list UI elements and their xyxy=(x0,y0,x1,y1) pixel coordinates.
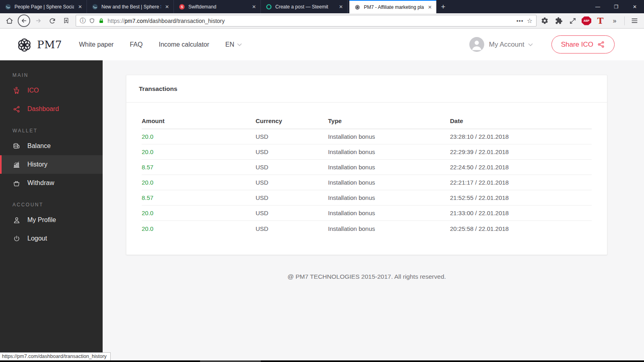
header-right: My Account Share ICO xyxy=(469,35,615,53)
cell-date: 23:28:10 / 22.01.2018 xyxy=(450,133,592,140)
page-info-icon[interactable]: ⓘ xyxy=(80,17,86,25)
sidebar: MAIN ICO Dashboard WALLET Balance Histor xyxy=(0,60,103,360)
close-window-button[interactable]: ✕ xyxy=(625,0,644,13)
nav-white-paper[interactable]: White paper xyxy=(79,41,114,48)
tab-sphere-new[interactable]: New and the Best | Sphere Socia ✕ xyxy=(87,0,174,13)
sidebar-item-label: My Profile xyxy=(27,216,56,224)
url-display[interactable]: https://pm7.com/dashboard/transaction_hi… xyxy=(107,18,513,24)
t-extension-icon[interactable]: T xyxy=(595,15,606,27)
sidebar-item-balance[interactable]: Balance xyxy=(0,137,103,155)
toolbar-overflow-icon[interactable]: » xyxy=(609,15,619,27)
tab-swiftdemand[interactable]: S Swiftdemand ✕ xyxy=(174,0,261,13)
sidebar-item-withdraw[interactable]: Withdraw xyxy=(0,174,103,192)
https-lock-icon[interactable] xyxy=(98,18,104,24)
tab-close-icon[interactable]: ✕ xyxy=(338,4,344,10)
chevron-down-icon xyxy=(528,43,533,46)
toolbar-separator xyxy=(624,16,625,25)
card-title: Transactions xyxy=(126,75,607,103)
cell-currency: USD xyxy=(256,194,328,201)
tab-steemit[interactable]: Create a post — Steemit ✕ xyxy=(261,0,348,13)
page-actions-icon[interactable]: ••• xyxy=(516,18,524,24)
bookmark-star-icon[interactable]: ☆ xyxy=(527,17,533,25)
tab-sphere-people[interactable]: People Page | Sphere Social ✕ xyxy=(0,0,87,13)
home-icon[interactable] xyxy=(4,15,15,27)
sidebar-item-dashboard[interactable]: Dashboard xyxy=(0,100,103,118)
transactions-card: Transactions Amount Currency Type Date 2… xyxy=(126,75,607,255)
gear-icon[interactable] xyxy=(539,15,550,27)
table-row: 20.0 USD Installation bonus 22:21:17 / 2… xyxy=(142,175,592,190)
sidebar-item-ico[interactable]: ICO xyxy=(0,81,103,100)
cell-currency: USD xyxy=(256,148,328,155)
new-tab-button[interactable]: + xyxy=(436,0,450,13)
cell-date: 22:29:39 / 22.01.2018 xyxy=(450,148,592,155)
sphere-favicon xyxy=(5,4,11,10)
reload-icon[interactable] xyxy=(47,15,58,27)
transactions-table: Amount Currency Type Date 20.0 USD Insta… xyxy=(126,103,607,255)
table-row: 20.0 USD Installation bonus 23:28:10 / 2… xyxy=(142,129,592,144)
cell-amount: 8.57 xyxy=(142,194,256,201)
back-icon[interactable] xyxy=(18,14,30,27)
window-controls: — ❐ ✕ xyxy=(588,0,644,13)
bar-chart-icon xyxy=(12,160,21,169)
sidebar-item-label: Dashboard xyxy=(27,105,59,113)
sidebar-item-history[interactable]: History xyxy=(0,155,103,174)
table-row: 20.0 USD Installation bonus 21:33:00 / 2… xyxy=(142,206,592,221)
sidebar-item-my-profile[interactable]: My Profile xyxy=(0,211,103,229)
avatar[interactable] xyxy=(469,37,484,52)
cell-date: 21:52:55 / 22.01.2018 xyxy=(450,194,592,201)
tracking-shield-icon[interactable] xyxy=(89,18,95,24)
menu-hamburger-icon[interactable] xyxy=(629,15,640,27)
cell-type: Installation bonus xyxy=(328,194,450,201)
sidebar-item-logout[interactable]: Logout xyxy=(0,229,103,248)
sidebar-heading-wallet: WALLET xyxy=(0,125,103,137)
sidebar-item-label: ICO xyxy=(27,87,39,94)
share-ico-button[interactable]: Share ICO xyxy=(551,35,615,53)
adblock-plus-icon[interactable]: ABP xyxy=(581,15,592,27)
cell-type: Installation bonus xyxy=(328,210,450,216)
language-label: EN xyxy=(225,41,234,48)
nav-income-calculator[interactable]: Income calculator xyxy=(159,41,209,48)
nav-faq[interactable]: FAQ xyxy=(130,41,142,48)
tab-close-icon[interactable]: ✕ xyxy=(164,4,170,10)
sidebar-item-label: Balance xyxy=(27,142,51,150)
tab-pm7-active[interactable]: PM7 - Affiliate marketing platfo ✕ xyxy=(349,0,436,13)
cell-amount: 20.0 xyxy=(142,225,256,232)
url-bar[interactable]: ⓘ https://pm7.com/dashboard/transaction_… xyxy=(76,15,537,27)
forward-icon[interactable] xyxy=(33,15,44,27)
table-row: 20.0 USD Installation bonus 20:25:58 / 2… xyxy=(142,221,592,236)
my-account-label: My Account xyxy=(489,41,524,49)
main-content: Transactions Amount Currency Type Date 2… xyxy=(103,60,644,360)
star-badge-icon[interactable] xyxy=(61,15,72,27)
puzzle-extension-icon[interactable] xyxy=(553,15,564,27)
pm7-logo[interactable]: PM7 xyxy=(15,35,62,54)
cell-type: Installation bonus xyxy=(328,148,450,155)
tab-close-icon[interactable]: ✕ xyxy=(77,4,83,10)
site-header: PM7 White paper FAQ Income calculator EN… xyxy=(0,29,644,60)
col-header-amount: Amount xyxy=(142,117,256,124)
my-account-menu[interactable]: My Account xyxy=(489,41,533,49)
tab-title: PM7 - Affiliate marketing platfo xyxy=(364,4,424,10)
cell-type: Installation bonus xyxy=(328,225,450,232)
share-nodes-icon xyxy=(597,41,605,48)
cell-amount: 20.0 xyxy=(142,133,256,140)
cell-type: Installation bonus xyxy=(328,164,450,171)
tab-close-icon[interactable]: ✕ xyxy=(427,4,433,10)
person-icon xyxy=(12,216,21,224)
col-header-date: Date xyxy=(450,117,592,124)
col-header-type: Type xyxy=(328,117,450,124)
language-selector[interactable]: EN xyxy=(225,41,242,48)
table-row: 8.57 USD Installation bonus 21:52:55 / 2… xyxy=(142,190,592,206)
cell-date: 22:24:50 / 22.01.2018 xyxy=(450,164,592,171)
minimize-button[interactable]: — xyxy=(588,0,607,13)
cell-currency: USD xyxy=(256,210,328,216)
tab-close-icon[interactable]: ✕ xyxy=(251,4,257,10)
restore-button[interactable]: ❐ xyxy=(607,0,625,13)
cell-amount: 20.0 xyxy=(142,179,256,186)
cell-date: 22:21:17 / 22.01.2018 xyxy=(450,179,592,186)
sidebar-item-label: History xyxy=(27,161,47,168)
cart-icon xyxy=(12,86,21,95)
steemit-favicon xyxy=(266,4,272,10)
col-header-currency: Currency xyxy=(256,117,328,124)
cell-type: Installation bonus xyxy=(328,179,450,186)
fullscreen-expand-icon[interactable] xyxy=(567,15,578,27)
